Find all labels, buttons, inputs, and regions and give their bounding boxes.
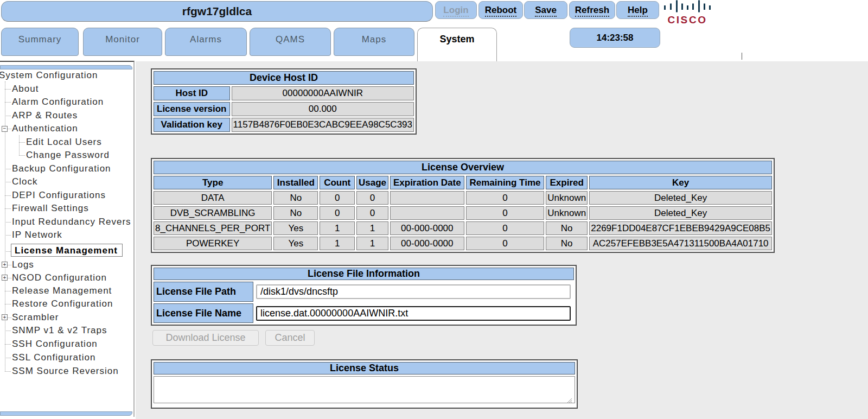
svg-text:CISCO: CISCO — [667, 14, 707, 26]
